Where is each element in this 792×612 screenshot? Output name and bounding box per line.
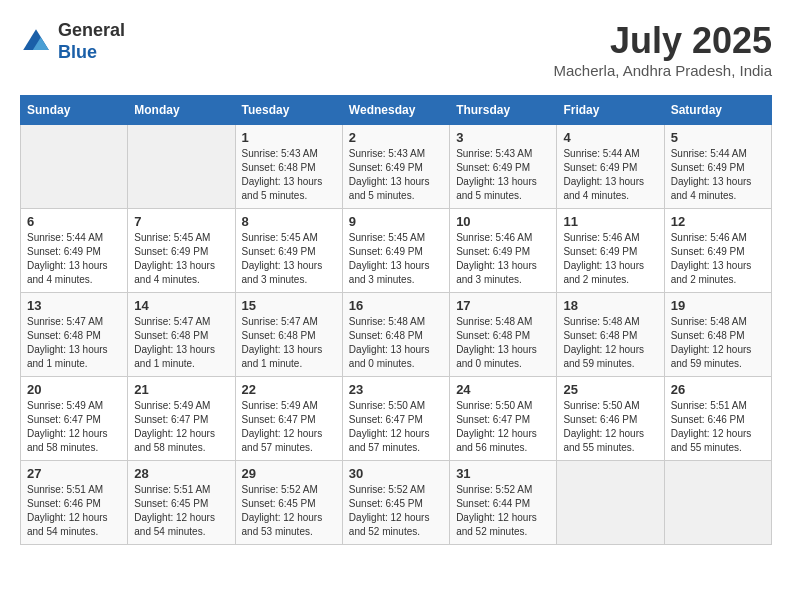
day-info: Sunrise: 5:44 AM Sunset: 6:49 PM Dayligh… <box>671 147 765 203</box>
calendar-cell: 6Sunrise: 5:44 AM Sunset: 6:49 PM Daylig… <box>21 209 128 293</box>
day-info: Sunrise: 5:48 AM Sunset: 6:48 PM Dayligh… <box>456 315 550 371</box>
day-info: Sunrise: 5:52 AM Sunset: 6:44 PM Dayligh… <box>456 483 550 539</box>
day-info: Sunrise: 5:43 AM Sunset: 6:49 PM Dayligh… <box>456 147 550 203</box>
calendar-cell: 9Sunrise: 5:45 AM Sunset: 6:49 PM Daylig… <box>342 209 449 293</box>
day-number: 14 <box>134 298 228 313</box>
logo-text: General Blue <box>58 20 125 63</box>
calendar-cell: 16Sunrise: 5:48 AM Sunset: 6:48 PM Dayli… <box>342 293 449 377</box>
calendar-cell <box>557 461 664 545</box>
day-info: Sunrise: 5:48 AM Sunset: 6:48 PM Dayligh… <box>349 315 443 371</box>
day-number: 24 <box>456 382 550 397</box>
logo-icon <box>20 26 52 58</box>
calendar-cell: 23Sunrise: 5:50 AM Sunset: 6:47 PM Dayli… <box>342 377 449 461</box>
day-info: Sunrise: 5:51 AM Sunset: 6:46 PM Dayligh… <box>27 483 121 539</box>
day-number: 9 <box>349 214 443 229</box>
calendar-table: SundayMondayTuesdayWednesdayThursdayFrid… <box>20 95 772 545</box>
day-number: 18 <box>563 298 657 313</box>
day-number: 16 <box>349 298 443 313</box>
day-number: 27 <box>27 466 121 481</box>
day-info: Sunrise: 5:49 AM Sunset: 6:47 PM Dayligh… <box>242 399 336 455</box>
day-info: Sunrise: 5:47 AM Sunset: 6:48 PM Dayligh… <box>134 315 228 371</box>
calendar-week-row: 13Sunrise: 5:47 AM Sunset: 6:48 PM Dayli… <box>21 293 772 377</box>
calendar-cell <box>21 125 128 209</box>
day-number: 28 <box>134 466 228 481</box>
calendar-cell: 27Sunrise: 5:51 AM Sunset: 6:46 PM Dayli… <box>21 461 128 545</box>
day-number: 30 <box>349 466 443 481</box>
calendar-cell: 19Sunrise: 5:48 AM Sunset: 6:48 PM Dayli… <box>664 293 771 377</box>
day-number: 8 <box>242 214 336 229</box>
day-number: 20 <box>27 382 121 397</box>
day-number: 19 <box>671 298 765 313</box>
calendar-cell: 8Sunrise: 5:45 AM Sunset: 6:49 PM Daylig… <box>235 209 342 293</box>
day-info: Sunrise: 5:45 AM Sunset: 6:49 PM Dayligh… <box>134 231 228 287</box>
day-info: Sunrise: 5:52 AM Sunset: 6:45 PM Dayligh… <box>349 483 443 539</box>
weekday-header: Sunday <box>21 96 128 125</box>
calendar-cell: 11Sunrise: 5:46 AM Sunset: 6:49 PM Dayli… <box>557 209 664 293</box>
weekday-header: Saturday <box>664 96 771 125</box>
day-info: Sunrise: 5:47 AM Sunset: 6:48 PM Dayligh… <box>242 315 336 371</box>
calendar-week-row: 6Sunrise: 5:44 AM Sunset: 6:49 PM Daylig… <box>21 209 772 293</box>
day-info: Sunrise: 5:49 AM Sunset: 6:47 PM Dayligh… <box>27 399 121 455</box>
calendar-cell: 13Sunrise: 5:47 AM Sunset: 6:48 PM Dayli… <box>21 293 128 377</box>
day-number: 7 <box>134 214 228 229</box>
calendar-cell: 2Sunrise: 5:43 AM Sunset: 6:49 PM Daylig… <box>342 125 449 209</box>
calendar-week-row: 1Sunrise: 5:43 AM Sunset: 6:48 PM Daylig… <box>21 125 772 209</box>
calendar-week-row: 20Sunrise: 5:49 AM Sunset: 6:47 PM Dayli… <box>21 377 772 461</box>
weekday-header: Wednesday <box>342 96 449 125</box>
day-number: 2 <box>349 130 443 145</box>
calendar-cell: 20Sunrise: 5:49 AM Sunset: 6:47 PM Dayli… <box>21 377 128 461</box>
day-number: 4 <box>563 130 657 145</box>
day-info: Sunrise: 5:44 AM Sunset: 6:49 PM Dayligh… <box>27 231 121 287</box>
day-info: Sunrise: 5:48 AM Sunset: 6:48 PM Dayligh… <box>671 315 765 371</box>
day-number: 6 <box>27 214 121 229</box>
calendar-cell: 28Sunrise: 5:51 AM Sunset: 6:45 PM Dayli… <box>128 461 235 545</box>
day-info: Sunrise: 5:49 AM Sunset: 6:47 PM Dayligh… <box>134 399 228 455</box>
calendar-cell: 17Sunrise: 5:48 AM Sunset: 6:48 PM Dayli… <box>450 293 557 377</box>
calendar-cell: 25Sunrise: 5:50 AM Sunset: 6:46 PM Dayli… <box>557 377 664 461</box>
calendar-week-row: 27Sunrise: 5:51 AM Sunset: 6:46 PM Dayli… <box>21 461 772 545</box>
weekday-header-row: SundayMondayTuesdayWednesdayThursdayFrid… <box>21 96 772 125</box>
day-number: 21 <box>134 382 228 397</box>
calendar-cell: 21Sunrise: 5:49 AM Sunset: 6:47 PM Dayli… <box>128 377 235 461</box>
day-number: 23 <box>349 382 443 397</box>
day-info: Sunrise: 5:43 AM Sunset: 6:49 PM Dayligh… <box>349 147 443 203</box>
calendar-cell: 22Sunrise: 5:49 AM Sunset: 6:47 PM Dayli… <box>235 377 342 461</box>
calendar-cell: 14Sunrise: 5:47 AM Sunset: 6:48 PM Dayli… <box>128 293 235 377</box>
day-number: 15 <box>242 298 336 313</box>
day-info: Sunrise: 5:44 AM Sunset: 6:49 PM Dayligh… <box>563 147 657 203</box>
calendar-cell: 30Sunrise: 5:52 AM Sunset: 6:45 PM Dayli… <box>342 461 449 545</box>
day-number: 1 <box>242 130 336 145</box>
calendar-cell: 18Sunrise: 5:48 AM Sunset: 6:48 PM Dayli… <box>557 293 664 377</box>
day-info: Sunrise: 5:50 AM Sunset: 6:46 PM Dayligh… <box>563 399 657 455</box>
day-info: Sunrise: 5:46 AM Sunset: 6:49 PM Dayligh… <box>456 231 550 287</box>
day-info: Sunrise: 5:48 AM Sunset: 6:48 PM Dayligh… <box>563 315 657 371</box>
calendar-cell: 3Sunrise: 5:43 AM Sunset: 6:49 PM Daylig… <box>450 125 557 209</box>
calendar-cell <box>664 461 771 545</box>
day-info: Sunrise: 5:51 AM Sunset: 6:45 PM Dayligh… <box>134 483 228 539</box>
day-number: 25 <box>563 382 657 397</box>
day-number: 17 <box>456 298 550 313</box>
calendar-cell: 12Sunrise: 5:46 AM Sunset: 6:49 PM Dayli… <box>664 209 771 293</box>
calendar-cell: 24Sunrise: 5:50 AM Sunset: 6:47 PM Dayli… <box>450 377 557 461</box>
day-info: Sunrise: 5:52 AM Sunset: 6:45 PM Dayligh… <box>242 483 336 539</box>
day-info: Sunrise: 5:46 AM Sunset: 6:49 PM Dayligh… <box>563 231 657 287</box>
day-number: 12 <box>671 214 765 229</box>
day-info: Sunrise: 5:50 AM Sunset: 6:47 PM Dayligh… <box>456 399 550 455</box>
day-number: 26 <box>671 382 765 397</box>
weekday-header: Monday <box>128 96 235 125</box>
day-info: Sunrise: 5:46 AM Sunset: 6:49 PM Dayligh… <box>671 231 765 287</box>
page-header: General Blue July 2025 Macherla, Andhra … <box>20 20 772 79</box>
month-year: July 2025 <box>554 20 772 62</box>
calendar-cell: 5Sunrise: 5:44 AM Sunset: 6:49 PM Daylig… <box>664 125 771 209</box>
calendar-cell: 1Sunrise: 5:43 AM Sunset: 6:48 PM Daylig… <box>235 125 342 209</box>
day-info: Sunrise: 5:45 AM Sunset: 6:49 PM Dayligh… <box>349 231 443 287</box>
title-block: July 2025 Macherla, Andhra Pradesh, Indi… <box>554 20 772 79</box>
day-number: 22 <box>242 382 336 397</box>
day-number: 5 <box>671 130 765 145</box>
day-number: 3 <box>456 130 550 145</box>
calendar-cell: 31Sunrise: 5:52 AM Sunset: 6:44 PM Dayli… <box>450 461 557 545</box>
weekday-header: Thursday <box>450 96 557 125</box>
weekday-header: Tuesday <box>235 96 342 125</box>
day-info: Sunrise: 5:51 AM Sunset: 6:46 PM Dayligh… <box>671 399 765 455</box>
calendar-cell: 29Sunrise: 5:52 AM Sunset: 6:45 PM Dayli… <box>235 461 342 545</box>
